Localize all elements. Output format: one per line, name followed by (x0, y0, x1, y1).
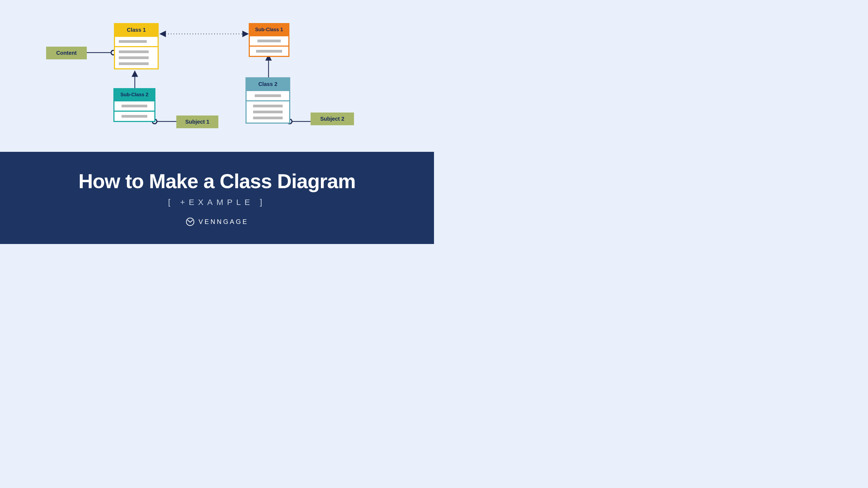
class-box-class1: Class 1 (114, 23, 159, 69)
page-title: How to Make a Class Diagram (79, 170, 355, 193)
placeholder-bar (256, 50, 282, 53)
class-methods (250, 45, 288, 56)
note-subject1: Subject 1 (176, 116, 218, 128)
diagram-area: Class 1 Sub-Class 1 Sub-Class 2 (0, 0, 434, 152)
brand: VENNGAGE (186, 217, 248, 226)
class-title: Sub-Class 2 (115, 89, 154, 100)
canvas: Class 1 Sub-Class 1 Sub-Class 2 (0, 0, 434, 244)
note-content: Content (46, 46, 87, 59)
placeholder-bar (122, 115, 147, 118)
class-box-subclass1: Sub-Class 1 (249, 23, 289, 57)
clock-icon (186, 217, 195, 226)
placeholder-bar (119, 40, 147, 43)
placeholder-bar (255, 94, 281, 97)
class-title: Class 1 (115, 24, 158, 36)
class-methods (115, 46, 158, 68)
placeholder-bar (119, 62, 149, 65)
svg-point-1 (186, 218, 194, 226)
note-subject2: Subject 2 (311, 112, 354, 125)
connectors-layer (0, 0, 434, 152)
class-title: Sub-Class 1 (250, 24, 288, 35)
class-attributes (115, 100, 154, 110)
class-methods (115, 110, 154, 121)
brand-label: VENNGAGE (198, 218, 248, 226)
placeholder-bar (253, 110, 283, 113)
placeholder-bar (122, 105, 147, 107)
placeholder-bar (253, 105, 283, 107)
placeholder-bar (257, 40, 281, 42)
page-subtitle: [ +EXAMPLE ] (168, 198, 266, 207)
class-title: Class 2 (247, 78, 289, 90)
class-attributes (250, 35, 288, 45)
class-methods (247, 100, 289, 123)
footer: How to Make a Class Diagram [ +EXAMPLE ]… (0, 152, 434, 244)
class-box-class2: Class 2 (246, 77, 290, 124)
placeholder-bar (253, 117, 283, 119)
class-attributes (247, 90, 289, 100)
class-attributes (115, 36, 158, 46)
placeholder-bar (119, 51, 149, 53)
class-box-subclass2: Sub-Class 2 (113, 88, 155, 122)
placeholder-bar (119, 56, 149, 59)
